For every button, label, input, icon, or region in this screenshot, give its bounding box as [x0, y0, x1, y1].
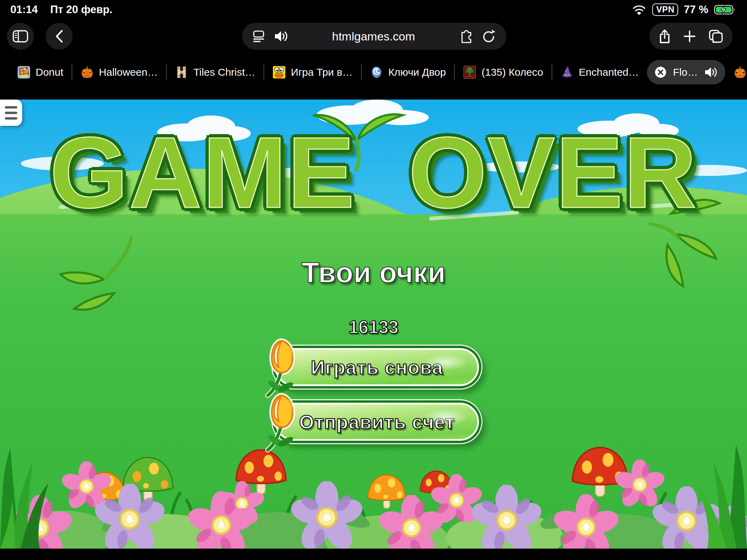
tab-donut[interactable]: Donut	[9, 60, 72, 84]
score-value: 16133	[0, 317, 747, 337]
wizard-hat-favicon	[561, 66, 574, 79]
tabs-overview-button[interactable]	[708, 29, 723, 44]
tab-label: Halloween…	[99, 66, 158, 78]
tab-flower-garden-active[interactable]: Flo…	[647, 60, 725, 84]
ipad-screen: 01:14 Пт 20 февр. VPN 77 %	[0, 0, 747, 560]
mushroom-red	[572, 448, 628, 497]
battery-percent: 77 %	[684, 3, 708, 16]
tab-spooky[interactable]: Spooky Cha…	[725, 60, 747, 84]
score-label: Твои очки	[0, 256, 747, 289]
mushroom-orange	[368, 475, 405, 508]
tab-audio-icon[interactable]	[704, 66, 718, 78]
address-bar[interactable]: htmlgames.com	[242, 23, 506, 50]
sidebar-toggle-icon	[12, 30, 28, 43]
back-button[interactable]	[46, 23, 73, 50]
game-over-title: GAME OVER	[0, 115, 747, 231]
pumpkin-favicon	[81, 66, 94, 79]
tab-bar: Donut Halloween…	[0, 56, 747, 100]
extensions-puzzle-icon[interactable]	[459, 29, 473, 44]
tree-plaque-favicon	[463, 66, 476, 79]
new-tab-plus-icon	[683, 30, 696, 43]
status-right: VPN 77 %	[631, 3, 737, 16]
submit-score-label: Отправить счет	[299, 411, 455, 433]
sidebar-toggle-button[interactable]	[7, 23, 34, 50]
tab-label: Donut	[36, 66, 63, 78]
game-menu-button[interactable]	[0, 100, 22, 126]
close-tab-icon[interactable]	[654, 66, 667, 78]
tab-tiles-christmas[interactable]: Tiles Christ…	[167, 60, 264, 84]
garden-decoration	[0, 435, 747, 549]
tab-label: (135) Колесо	[481, 66, 543, 78]
vpn-badge: VPN	[652, 3, 678, 16]
status-bar: 01:14 Пт 20 февр. VPN 77 %	[0, 0, 747, 17]
clock: 01:14	[10, 3, 38, 16]
donut-box-favicon	[17, 66, 30, 79]
back-chevron-icon	[55, 29, 64, 43]
new-tab-button[interactable]	[683, 30, 696, 43]
play-again-label: Играть снова	[311, 356, 443, 379]
toolbar-right-cluster	[649, 23, 732, 50]
url-text[interactable]: htmlgames.com	[297, 30, 450, 43]
mahjong-h-tile-favicon	[175, 66, 188, 79]
blue-sphere-favicon	[370, 66, 383, 79]
pumpkin-scary-favicon	[734, 66, 747, 79]
tab-halloween[interactable]: Halloween…	[72, 60, 166, 84]
hamburger-menu-icon	[5, 106, 17, 109]
tab-klyuchi-dvor[interactable]: Ключи Двор	[362, 60, 454, 84]
tab-strip: Donut Halloween…	[0, 59, 747, 86]
tab-enchanted[interactable]: Enchanted…	[552, 60, 647, 84]
browser-toolbar: htmlgames.com	[0, 17, 747, 56]
tab-label: Игра Три в…	[291, 66, 353, 78]
audio-playing-icon[interactable]	[274, 30, 288, 43]
tabs-overview-icon	[708, 29, 723, 44]
share-icon	[658, 29, 671, 44]
page-settings-icon[interactable]	[252, 29, 265, 43]
tulip-icon	[259, 338, 304, 400]
play-again-button[interactable]: Играть снова	[273, 346, 481, 389]
bottom-letterbox	[0, 549, 747, 560]
tab-label: Tiles Christ…	[193, 66, 255, 78]
tab-igra-tri-v[interactable]: Игра Три в…	[264, 60, 361, 84]
wifi-icon	[631, 4, 647, 15]
reload-icon[interactable]	[482, 29, 496, 44]
duck-favicon	[273, 66, 286, 79]
status-left: 01:14 Пт 20 февр.	[10, 3, 112, 16]
tab-label: Flo…	[673, 66, 698, 78]
share-button[interactable]	[658, 29, 671, 44]
game-viewport: GAME OVER Твои очки 16133 Играть снова	[0, 100, 747, 549]
battery-charging-icon	[714, 4, 737, 15]
tab-koleso[interactable]: (135) Колесо	[455, 60, 551, 84]
date: Пт 20 февр.	[50, 3, 112, 16]
play-again-face: Играть снова	[275, 348, 479, 386]
tulip-icon	[259, 393, 304, 455]
tab-label: Ключи Двор	[388, 66, 446, 78]
tab-label: Enchanted…	[579, 66, 639, 78]
